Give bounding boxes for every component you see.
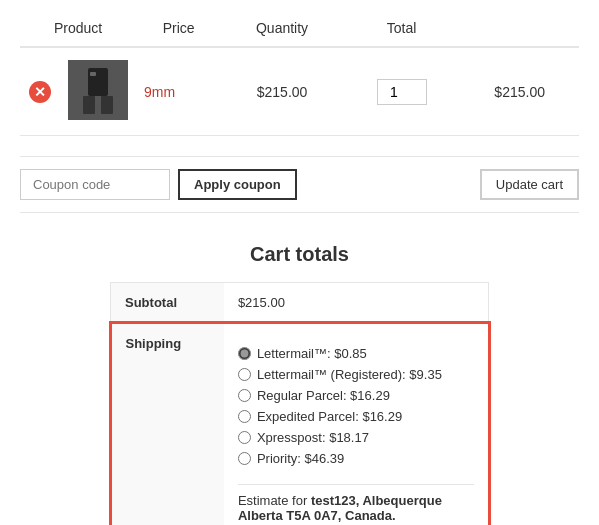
svg-rect-4 [90, 72, 96, 76]
coupon-input[interactable] [20, 169, 170, 200]
coupon-row: Apply coupon Update cart [20, 156, 579, 213]
remove-cell: ✕ [20, 47, 60, 136]
shipping-option: Lettermail™ (Registered): $9.35 [238, 367, 474, 382]
shipping-option: Xpresspost: $18.17 [238, 430, 474, 445]
totals-table: Subtotal $215.00 Shipping Lettermail™: $… [110, 282, 490, 525]
shipping-option-label: Regular Parcel: $16.29 [257, 388, 390, 403]
product-image-cell [60, 47, 136, 136]
apply-coupon-button[interactable]: Apply coupon [178, 169, 297, 200]
subtotal-value: $215.00 [224, 283, 489, 324]
product-total-cell: $215.00 [460, 47, 579, 136]
subtotal-row: Subtotal $215.00 [111, 283, 489, 324]
shipping-options-list: Lettermail™: $0.85Lettermail™ (Registere… [238, 336, 474, 474]
table-row: ✕ 9mm $215 [20, 47, 579, 136]
cart-totals-section: Cart totals Subtotal $215.00 Shipping Le… [110, 243, 490, 525]
shipping-option-label: Xpresspost: $18.17 [257, 430, 369, 445]
shipping-radio[interactable] [238, 410, 251, 423]
shipping-option: Priority: $46.39 [238, 451, 474, 466]
shipping-option: Regular Parcel: $16.29 [238, 388, 474, 403]
shipping-estimate: Estimate for test123, Albequerque Albert… [238, 484, 474, 523]
coupon-left: Apply coupon [20, 169, 297, 200]
svg-rect-3 [101, 96, 113, 114]
shipping-option-label: Lettermail™: $0.85 [257, 346, 367, 361]
cart-totals-title: Cart totals [110, 243, 490, 266]
product-name-cell: 9mm [136, 47, 221, 136]
subtotal-label: Subtotal [111, 283, 224, 324]
product-price-cell: $215.00 [221, 47, 342, 136]
shipping-radio[interactable] [238, 431, 251, 444]
cart-table: Product Price Quantity Total ✕ [20, 10, 579, 136]
col-header-total: Total [343, 10, 461, 47]
remove-button[interactable]: ✕ [29, 81, 51, 103]
shipping-option-label: Expedited Parcel: $16.29 [257, 409, 402, 424]
quantity-input[interactable] [377, 79, 427, 105]
shipping-option-label: Lettermail™ (Registered): $9.35 [257, 367, 442, 382]
estimate-label: Estimate for [238, 493, 307, 508]
shipping-option-label: Priority: $46.39 [257, 451, 344, 466]
shipping-radio[interactable] [238, 368, 251, 381]
shipping-radio[interactable] [238, 389, 251, 402]
product-link[interactable]: 9mm [144, 84, 175, 100]
shipping-option: Lettermail™: $0.85 [238, 346, 474, 361]
shipping-options-cell: Lettermail™: $0.85Lettermail™ (Registere… [224, 323, 489, 525]
svg-rect-2 [83, 96, 95, 114]
col-header-product: Product [20, 10, 136, 47]
product-qty-cell [343, 47, 461, 136]
shipping-option: Expedited Parcel: $16.29 [238, 409, 474, 424]
update-cart-button[interactable]: Update cart [480, 169, 579, 200]
product-thumbnail [68, 60, 128, 120]
col-header-quantity: Quantity [221, 10, 342, 47]
shipping-row: Shipping Lettermail™: $0.85Lettermail™ (… [111, 323, 489, 525]
shipping-radio[interactable] [238, 347, 251, 360]
shipping-radio[interactable] [238, 452, 251, 465]
col-header-price: Price [136, 10, 221, 47]
shipping-label: Shipping [111, 323, 224, 525]
